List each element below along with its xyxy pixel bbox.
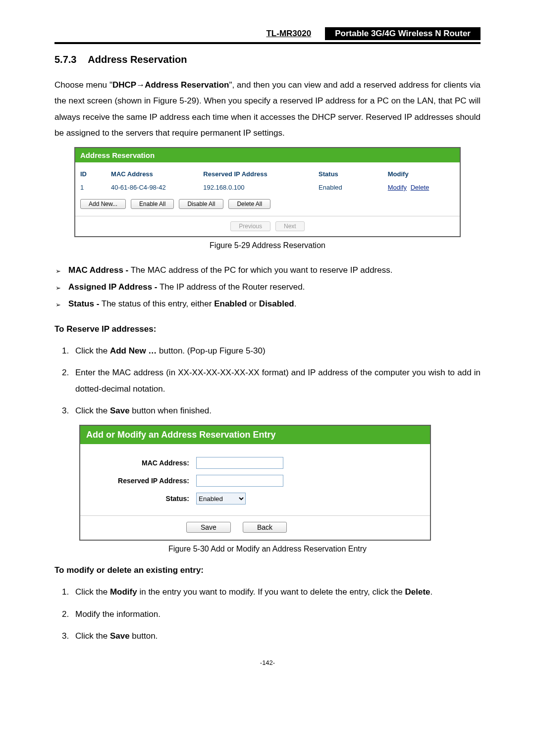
page-number: -142- [54, 659, 481, 666]
table-row: 1 40-61-86-C4-98-42 192.168.0.100 Enable… [75, 181, 460, 194]
reservation-table: ID MAC Address Reserved IP Address Statu… [75, 167, 460, 194]
header-rule [54, 42, 481, 44]
doc-header: TL-MR3020 Portable 3G/4G Wireless N Rout… [54, 27, 481, 40]
next-button[interactable]: Next [275, 221, 305, 231]
list-item: Click the Save button. [71, 628, 481, 644]
action-button-row: Add New... Enable All Disable All Delete… [75, 194, 460, 216]
field-description-list: MAC Address - The MAC address of the PC … [54, 262, 481, 312]
list-item: Click the Save button when finished. [71, 403, 481, 419]
cell-id: 1 [75, 181, 106, 194]
intro-paragraph: Choose menu "DHCP→Address Reservation", … [54, 77, 481, 141]
section-heading: 5.7.3 Address Reservation [54, 54, 481, 65]
modify-steps: Click the Modify in the entry you want t… [54, 584, 481, 644]
list-item: Assigned IP Address - The IP address of … [68, 279, 481, 296]
modify-heading: To modify or delete an existing entry: [54, 565, 481, 575]
back-button[interactable]: Back [243, 522, 287, 533]
list-item: Click the Add New … button. (Pop-up Figu… [71, 343, 481, 359]
form-area: MAC Address: Reserved IP Address: Status… [80, 444, 430, 515]
col-modify: Modify [383, 167, 460, 181]
figure-5-29-caption: Figure 5-29 Address Reservation [54, 241, 481, 250]
status-select[interactable]: Enabled [196, 493, 246, 504]
mac-label: MAC Address: [90, 459, 189, 467]
col-mac: MAC Address [106, 167, 198, 181]
section-title: Address Reservation [88, 54, 187, 65]
cell-status: Enabled [314, 181, 383, 194]
panel-title: Address Reservation [75, 148, 460, 162]
list-item: Modify the information. [71, 606, 481, 622]
col-status: Status [314, 167, 383, 181]
delete-link[interactable]: Delete [411, 184, 429, 191]
figure-5-30: Add or Modify an Address Reservation Ent… [79, 425, 431, 541]
list-item: Click the Modify in the entry you want t… [71, 584, 481, 600]
add-new-button[interactable]: Add New... [80, 199, 126, 209]
section-number: 5.7.3 [54, 54, 76, 65]
form-button-row: Save Back [80, 515, 430, 540]
col-id: ID [75, 167, 106, 181]
cell-ip: 192.168.0.100 [198, 181, 314, 194]
delete-all-button[interactable]: Delete All [228, 199, 270, 209]
disable-all-button[interactable]: Disable All [179, 199, 223, 209]
panel-title: Add or Modify an Address Reservation Ent… [80, 426, 430, 444]
modify-link[interactable]: Modify [388, 184, 407, 191]
col-ip: Reserved IP Address [198, 167, 314, 181]
product-name: Portable 3G/4G Wireless N Router [325, 27, 481, 40]
list-item: Status - The status of this entry, eithe… [68, 296, 481, 312]
model-number: TL-MR3020 [266, 29, 311, 39]
reserve-steps: Click the Add New … button. (Pop-up Figu… [54, 343, 481, 419]
reserve-heading: To Reserve IP addresses: [54, 324, 481, 334]
mac-input[interactable] [196, 457, 283, 469]
status-label: Status: [90, 495, 189, 503]
previous-button[interactable]: Previous [230, 221, 270, 231]
pagination-row: Previous Next [75, 216, 460, 236]
ip-input[interactable] [196, 475, 283, 487]
ip-label: Reserved IP Address: [90, 477, 189, 485]
figure-5-30-caption: Figure 5-30 Add or Modify an Address Res… [54, 545, 481, 554]
cell-mac: 40-61-86-C4-98-42 [106, 181, 198, 194]
figure-5-29: Address Reservation ID MAC Address Reser… [74, 147, 461, 237]
list-item: Enter the MAC address (in XX-XX-XX-XX-XX… [71, 365, 481, 397]
enable-all-button[interactable]: Enable All [131, 199, 174, 209]
table-header-row: ID MAC Address Reserved IP Address Statu… [75, 167, 460, 181]
save-button[interactable]: Save [186, 522, 231, 533]
list-item: MAC Address - The MAC address of the PC … [68, 262, 481, 279]
